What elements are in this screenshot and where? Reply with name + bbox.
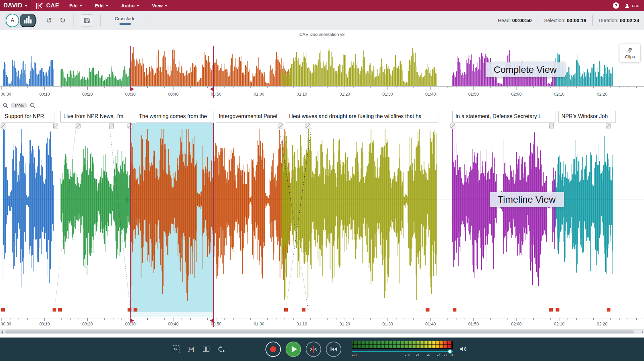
trim-selection-button[interactable]: ]✂[ <box>187 345 195 353</box>
clip-marker[interactable] <box>58 308 62 311</box>
scroll-right-arrow[interactable] <box>642 330 643 334</box>
mode-waveform-button[interactable] <box>20 14 36 27</box>
timeline-clip-blue[interactable] <box>3 129 54 288</box>
skip-to-start-button[interactable] <box>326 342 341 357</box>
transport-buttons <box>265 342 341 357</box>
redo-button[interactable] <box>59 17 65 24</box>
svg-text:00:40: 00:40 <box>168 322 179 326</box>
timeline-waveform[interactable]: 00:0000:1000:2000:3000:4000:5001:0001:10… <box>0 123 644 328</box>
cae-app-icon <box>36 2 44 10</box>
svg-text:02:10: 02:10 <box>554 92 564 97</box>
help-button[interactable]: ? <box>613 2 619 9</box>
clip-marker[interactable] <box>426 308 429 311</box>
overview-clip-blue <box>3 56 54 86</box>
clip-marker[interactable] <box>53 308 56 311</box>
menu-audio[interactable]: Audio <box>121 3 139 8</box>
clip-title-2[interactable]: Live from NPR News, I'm <box>60 111 131 122</box>
zoom-in-icon <box>3 103 8 108</box>
clip-marker[interactable] <box>549 308 553 311</box>
clip-marker[interactable] <box>607 308 610 311</box>
clip-marker[interactable] <box>453 308 456 311</box>
clip-title-3[interactable]: The warning comes from the <box>136 111 213 122</box>
selection-end-flag[interactable] <box>210 87 213 91</box>
clip-marker[interactable] <box>134 308 137 311</box>
svg-text:00:50: 00:50 <box>211 322 221 326</box>
clip-title-6[interactable]: In a statement, Defense Secretary L <box>452 111 555 122</box>
paperclip-icon <box>625 45 635 55</box>
zoom-in-button[interactable] <box>3 103 8 108</box>
svg-text:01:20: 01:20 <box>340 322 350 326</box>
volume-slider[interactable] <box>352 351 453 352</box>
cae-app-window: DAViD CAE FileEditAudioView ? cae A <box>0 0 644 361</box>
david-logo: DAViD <box>3 2 22 9</box>
play-button[interactable] <box>286 342 301 357</box>
split-clip-button[interactable] <box>202 345 210 353</box>
selection-start-flag[interactable] <box>130 87 134 91</box>
svg-text:01:00: 01:00 <box>254 322 264 326</box>
david-logo-menu[interactable]: DAViD <box>0 0 31 11</box>
app-title: CAE <box>46 2 59 9</box>
svg-text:01:30: 01:30 <box>383 322 393 326</box>
crossfade-button[interactable]: Crossfade <box>108 15 142 26</box>
record-button[interactable] <box>265 342 281 357</box>
zoom-out-icon <box>30 103 36 108</box>
timeline-clip-purple[interactable] <box>452 129 555 286</box>
svg-text:00:20: 00:20 <box>82 322 93 326</box>
timeline-clip-green[interactable] <box>61 146 130 275</box>
clip-marker[interactable] <box>284 308 288 311</box>
divider <box>73 14 73 27</box>
clips-button[interactable]: Clips <box>619 44 641 62</box>
timeline-clip-olive[interactable] <box>282 129 437 300</box>
complete-view-label: Complete View <box>486 62 565 77</box>
titlebar-right: ? cae <box>613 2 639 9</box>
chevron-down-icon <box>165 5 167 8</box>
meter-scale-label: -12 <box>405 353 409 357</box>
stat-duration: Duration: 00:02:24 <box>599 17 639 23</box>
speaker-icon <box>459 345 467 353</box>
user-button[interactable]: cae <box>625 3 639 8</box>
horizontal-scrollbar[interactable] <box>0 329 644 334</box>
transport-status: Head: 00:00:50Selection: 00:00:19Duratio… <box>498 15 639 25</box>
menu-view[interactable]: View <box>152 3 167 8</box>
svg-text:01:10: 01:10 <box>297 92 307 97</box>
crossfade-label: Crossfade <box>115 16 136 21</box>
clip-title-5[interactable]: Heat waves and drought are fueling the w… <box>286 111 438 122</box>
display-mode-toggle: A <box>5 13 37 28</box>
scroll-left-arrow[interactable] <box>1 330 3 334</box>
undo-button[interactable] <box>46 17 52 24</box>
svg-text:00:30: 00:30 <box>125 92 136 97</box>
svg-text:02:10: 02:10 <box>554 322 564 326</box>
clip-marker[interactable] <box>556 308 559 311</box>
mode-a-button[interactable]: A <box>6 14 19 27</box>
chevron-down-icon <box>137 5 139 8</box>
overview-clip-green <box>61 66 130 86</box>
clip-title-4[interactable]: Intergovernmental Panel <box>216 111 282 122</box>
person-icon <box>625 3 630 8</box>
menu-file[interactable]: File <box>69 3 82 8</box>
cut-selection-button[interactable] <box>172 345 180 353</box>
clip-marker[interactable] <box>1 308 5 311</box>
meter-scale-label: -1 <box>444 353 447 357</box>
stat-value: 00:00:19 <box>567 18 586 23</box>
record-icon <box>270 346 276 352</box>
speaker-button[interactable] <box>459 345 467 354</box>
scrollbar-thumb[interactable] <box>5 330 634 333</box>
svg-text:01:40: 01:40 <box>425 322 436 326</box>
timeline-clip-teal[interactable] <box>556 136 613 274</box>
svg-text:01:00: 01:00 <box>254 92 264 97</box>
divider <box>145 14 145 27</box>
clip-marker[interactable] <box>302 308 305 311</box>
locate-playhead-button[interactable] <box>306 342 321 357</box>
save-button[interactable] <box>81 14 93 27</box>
replay-from-here-button[interactable] <box>217 345 225 353</box>
meter-scale-label: -3 <box>437 353 440 357</box>
clip-title-7[interactable]: NPR's Windsor Joh <box>558 111 616 122</box>
stat-head: Head: 00:00:50 <box>498 17 532 23</box>
menu-edit[interactable]: Edit <box>95 3 108 8</box>
titlebar: DAViD CAE FileEditAudioView ? cae <box>0 0 644 11</box>
divider <box>538 15 538 25</box>
zoom-out-button[interactable] <box>30 103 36 108</box>
meter-scale-label: -9 <box>416 353 419 357</box>
menu-label: Edit <box>95 3 104 8</box>
clip-title-1[interactable]: Support for NPR <box>2 111 54 122</box>
